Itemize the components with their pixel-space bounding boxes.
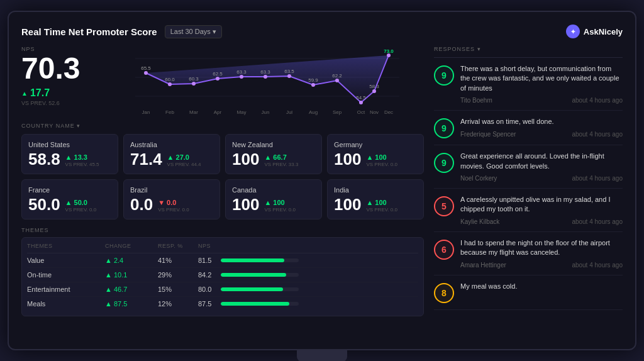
country-score-1: 71.4 xyxy=(130,151,162,167)
svg-point-10 xyxy=(311,83,315,87)
countries-label: COUNTRY NAME ▾ xyxy=(21,123,80,129)
country-change-val-2: ▲ 66.7 xyxy=(264,153,298,161)
theme-change-3: ▲ 87.5 xyxy=(105,300,155,308)
logo-text: AskNicely xyxy=(584,27,623,36)
col-nps: NPS xyxy=(198,243,299,249)
response-text-1: Arrival was on time, well done. xyxy=(460,117,623,126)
response-author-4: Amara Hettinger xyxy=(460,262,506,269)
themes-column-headers: THEMES CHANGE RESP. % NPS xyxy=(27,243,418,253)
theme-nps-1: 84.2 xyxy=(198,271,299,279)
country-prev-3: VS PREV. 0.0 xyxy=(366,162,397,167)
response-author-2: Noel Corkery xyxy=(460,175,497,182)
country-score-6: 100 xyxy=(232,196,259,213)
response-time-2: about 4 hours ago xyxy=(572,175,623,182)
theme-bar-fill-3 xyxy=(221,302,289,306)
response-card-1: 9 Arrival was on time, well done. Freder… xyxy=(434,111,623,145)
score-badge-2: 9 xyxy=(434,153,454,173)
country-prev-5: VS PREV. 0.0 xyxy=(158,207,189,213)
nps-arrow-icon: ▲ xyxy=(21,90,28,97)
theme-bar-track-1 xyxy=(221,273,299,277)
theme-resp-1: 29% xyxy=(158,271,196,279)
response-content-2: Great experience all around. Loved the i… xyxy=(460,152,623,182)
theme-name-1: On-time xyxy=(27,271,103,279)
country-name-2: New Zealand xyxy=(232,141,315,148)
svg-point-8 xyxy=(264,75,267,79)
svg-text:63.3: 63.3 xyxy=(236,69,247,75)
theme-name-0: Value xyxy=(27,257,103,264)
svg-text:54.5: 54.5 xyxy=(356,95,366,101)
nps-change: ▲ 17.7 xyxy=(21,87,103,99)
theme-row-1: On-time ▲ 10.1 29% 84.2 xyxy=(27,268,418,282)
country-card-7: India 100 ▲ 100 VS PREV. 0.0 xyxy=(327,179,424,219)
score-badge-3: 5 xyxy=(434,196,454,216)
country-change-3: ▲ 100 VS PREV. 0.0 xyxy=(366,153,397,167)
country-change-7: ▲ 100 VS PREV. 0.0 xyxy=(366,199,397,213)
nps-chart: 65.5 60.0 60.3 62.5 63.3 63.3 63.5 59.9 … xyxy=(111,46,424,115)
responses-list: 9 There was a short delay, but communica… xyxy=(434,58,623,310)
svg-text:Feb: Feb xyxy=(165,109,174,115)
theme-change-2: ▲ 46.7 xyxy=(105,286,155,293)
nps-chart-row: NPS 70.3 ▲ 17.7 VS PREV. 52.6 xyxy=(21,46,424,115)
svg-text:62.2: 62.2 xyxy=(332,73,342,79)
country-score-4: 50.0 xyxy=(28,196,60,213)
theme-nps-val-3: 87.5 xyxy=(198,300,217,308)
svg-text:58.3: 58.3 xyxy=(369,84,379,89)
themes-header-label: THEMES xyxy=(21,227,424,233)
country-change-0: ▲ 13.3 VS PREV. 45.5 xyxy=(65,153,99,167)
response-card-4: 6 I had to spend the night on the floor … xyxy=(434,232,623,275)
country-card-0: United States 58.8 ▲ 13.3 VS PREV. 45.5 xyxy=(21,134,118,174)
theme-bar-track-0 xyxy=(221,258,299,262)
country-change-val-7: ▲ 100 xyxy=(366,199,397,206)
response-meta-2: Noel Corkery about 4 hours ago xyxy=(460,175,623,182)
theme-resp-3: 12% xyxy=(158,300,196,308)
theme-resp-2: 15% xyxy=(158,286,196,293)
response-meta-1: Frederique Spencer about 4 hours ago xyxy=(460,131,623,138)
country-change-6: ▲ 100 VS PREV. 0.0 xyxy=(264,199,296,213)
date-filter-button[interactable]: Last 30 Days ▾ xyxy=(165,25,222,38)
country-score-5: 0.0 xyxy=(130,196,153,213)
countries-grid: United States 58.8 ▲ 13.3 VS PREV. 45.5 … xyxy=(21,134,424,219)
country-card-3: Germany 100 ▲ 100 VS PREV. 0.0 xyxy=(327,134,424,174)
svg-text:Jan: Jan xyxy=(142,109,150,115)
response-content-3: A carelessly unpitted olive was in my sa… xyxy=(460,195,623,225)
response-content-4: I had to spend the night on the floor of… xyxy=(460,238,623,269)
country-card-2: New Zealand 100 ▲ 66.7 VS PREV. 33.3 xyxy=(225,134,322,174)
nps-prev-label: VS PREV. 52.6 xyxy=(21,100,103,106)
page-title: Real Time Net Promoter Score xyxy=(21,26,157,37)
chart-svg: 65.5 60.0 60.3 62.5 63.3 63.3 63.5 59.9 … xyxy=(111,46,424,115)
svg-text:60.0: 60.0 xyxy=(165,77,175,82)
response-text-5: My meal was cold. xyxy=(460,282,623,291)
country-name-7: India xyxy=(334,186,417,194)
country-prev-6: VS PREV. 0.0 xyxy=(264,207,296,213)
svg-text:Sep: Sep xyxy=(333,109,342,115)
svg-point-7 xyxy=(240,75,243,79)
svg-text:May: May xyxy=(236,109,246,115)
svg-text:65.5: 65.5 xyxy=(141,65,151,71)
themes-table: THEMES CHANGE RESP. % NPS Value ▲ 2.4 41… xyxy=(21,237,424,316)
col-resp: RESP. % xyxy=(158,243,196,249)
response-card-2: 9 Great experience all around. Loved the… xyxy=(434,145,623,189)
theme-nps-3: 87.5 xyxy=(198,300,299,308)
svg-text:60.3: 60.3 xyxy=(189,76,199,82)
svg-text:Aug: Aug xyxy=(309,109,318,115)
country-card-6: Canada 100 ▲ 100 VS PREV. 0.0 xyxy=(225,179,322,219)
svg-point-6 xyxy=(216,77,219,81)
country-name-4: France xyxy=(28,186,111,194)
country-prev-1: VS PREV. 44.4 xyxy=(167,162,201,167)
response-time-3: about 4 hours ago xyxy=(572,218,623,225)
theme-bar-fill-1 xyxy=(221,273,286,277)
theme-row-2: Entertainment ▲ 46.7 15% 80.0 xyxy=(27,282,418,297)
response-author-1: Frederique Spencer xyxy=(460,131,516,138)
country-score-row-5: 0.0 ▼ 0.0 VS PREV. 0.0 xyxy=(130,196,213,213)
nps-value: 70.3 xyxy=(21,53,103,84)
responses-label: RESPONSES ▾ xyxy=(434,46,481,52)
country-score-0: 58.8 xyxy=(28,151,60,167)
response-time-1: about 4 hours ago xyxy=(572,131,623,138)
country-score-row-2: 100 ▲ 66.7 VS PREV. 33.3 xyxy=(232,151,315,167)
theme-change-1: ▲ 10.1 xyxy=(105,271,155,279)
country-change-val-4: ▲ 50.0 xyxy=(65,199,97,206)
header: Real Time Net Promoter Score Last 30 Day… xyxy=(21,25,623,38)
countries-section: COUNTRY NAME ▾ United States 58.8 ▲ 13.3… xyxy=(21,123,424,219)
theme-row-3: Meals ▲ 87.5 12% 87.5 xyxy=(27,297,418,311)
theme-bar-fill-2 xyxy=(221,287,283,291)
